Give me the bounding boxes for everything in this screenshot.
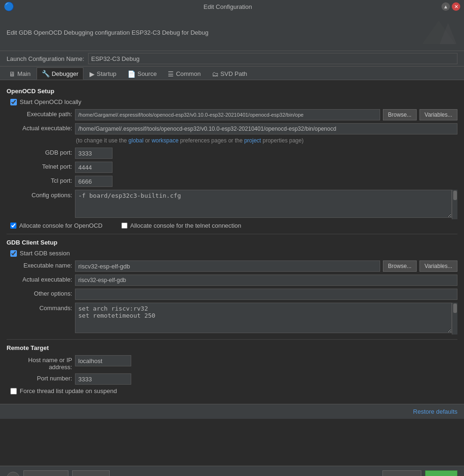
app-icon: 🔵	[4, 1, 14, 12]
tab-debugger[interactable]: 🔧 Debugger	[37, 67, 83, 80]
hint-prefs: preferences pages or the	[179, 137, 244, 144]
force-thread-checkbox[interactable]	[10, 388, 17, 394]
hint-props: properties page)	[261, 137, 304, 144]
alloc-console-telnet-checkbox[interactable]	[121, 223, 127, 229]
tab-source-label: Source	[137, 70, 157, 77]
gdb-port-input[interactable]	[75, 148, 112, 159]
tab-main-label: Main	[17, 70, 30, 77]
delete-button[interactable]: Delete	[72, 470, 110, 476]
hostname-input[interactable]	[75, 355, 131, 366]
executable-path-label: Executable path:	[7, 109, 72, 118]
hint-global-link[interactable]: global	[128, 137, 143, 144]
start-openocd-row: Start OpenOCD locally	[10, 98, 457, 105]
executable-variables-button[interactable]: Variables...	[419, 109, 457, 120]
start-openocd-label: Start OpenOCD locally	[20, 98, 82, 105]
commands-scrollbar-thumb	[453, 304, 457, 313]
commands-label: Commands:	[7, 303, 72, 312]
tab-startup[interactable]: ▶ Startup	[84, 67, 121, 80]
executable-path-input[interactable]	[75, 109, 380, 120]
tab-bar: 🖥 Main 🔧 Debugger ▶ Startup 📄 Source ☰ C…	[0, 67, 464, 80]
actual-executable-value: /home/Gargamel/.espressif/tools/openocd-…	[75, 123, 457, 134]
gdb-port-label: GDB port:	[7, 148, 72, 156]
tab-debugger-label: Debugger	[52, 70, 78, 77]
svdpath-tab-icon: 🗂	[212, 70, 218, 78]
telnet-port-row: Telnet port:	[7, 162, 457, 173]
actual-executable-row: Actual executable: /home/Gargamel/.espre…	[7, 123, 457, 134]
titlebar: 🔵 Edit Configuration ▲ ✕	[0, 0, 464, 13]
gdb-browse-button[interactable]: Browse...	[383, 260, 417, 272]
alloc-console-openocd-checkbox[interactable]	[10, 223, 16, 229]
restore-defaults-link[interactable]: Restore defaults	[413, 408, 457, 415]
config-options-label: Config options:	[7, 190, 72, 199]
help-icon: ?	[11, 475, 15, 476]
openocd-section-header: OpenOCD Setup	[7, 88, 457, 95]
header-logo	[420, 18, 457, 46]
port-number-label: Port number:	[7, 373, 72, 382]
telnet-port-input[interactable]	[75, 162, 112, 173]
common-tab-icon: ☰	[168, 70, 174, 78]
console-row: Allocate console for OpenOCD Allocate co…	[10, 222, 457, 229]
tab-svdpath-label: SVD Path	[220, 70, 247, 77]
commands-scrollbar	[452, 303, 457, 335]
alloc-console-openocd-item: Allocate console for OpenOCD	[10, 222, 103, 229]
other-options-label: Other options:	[7, 289, 72, 297]
tcl-port-input[interactable]	[75, 176, 112, 187]
close-button[interactable]: ✕	[452, 2, 460, 11]
config-options-wrapper: -f board/esp32c3-builtin.cfg	[75, 190, 457, 219]
tab-svdpath[interactable]: 🗂 SVD Path	[207, 67, 252, 80]
tcl-port-row: Tcl port:	[7, 176, 457, 187]
hint-project-link[interactable]: project	[244, 137, 261, 144]
window-title: Edit Configuration	[14, 3, 442, 10]
alloc-console-telnet-item: Allocate console for the telnet connecti…	[121, 222, 241, 229]
config-options-scrollbar-thumb	[453, 191, 457, 200]
startup-tab-icon: ▶	[90, 70, 95, 78]
hostname-label: Host name or IP address:	[7, 355, 72, 371]
hint-row: (to change it use the global or workspac…	[76, 137, 457, 144]
minimize-button[interactable]: ▲	[442, 2, 450, 11]
force-thread-label: Force thread list update on suspend	[20, 387, 117, 394]
commands-textarea[interactable]: set arch riscv:rv32 set remotetimeout 25…	[75, 303, 452, 333]
ok-button[interactable]: OK	[425, 470, 458, 476]
actual-executable-label: Actual executable:	[7, 123, 72, 132]
executable-browse-button[interactable]: Browse...	[383, 109, 417, 120]
gdb-executable-name-label: Executable name:	[7, 260, 72, 269]
alloc-console-telnet-label: Allocate console for the telnet connecti…	[130, 222, 241, 229]
config-name-row: Launch Configuration Name:	[0, 51, 464, 67]
section-divider-1	[7, 234, 457, 234]
tab-main[interactable]: 🖥 Main	[4, 67, 36, 80]
port-number-input[interactable]	[75, 373, 131, 385]
tab-common-label: Common	[176, 70, 201, 77]
config-options-row: Config options: -f board/esp32c3-builtin…	[7, 190, 457, 219]
commands-row: Commands: set arch riscv:rv32 set remote…	[7, 303, 457, 335]
start-gdb-row: Start GDB session	[10, 250, 457, 257]
start-gdb-checkbox[interactable]	[10, 250, 17, 257]
cancel-button[interactable]: Cancel	[382, 470, 421, 476]
hint-or: or	[143, 137, 151, 144]
hint-text-pre: (to change it use the	[76, 137, 128, 144]
action-bar: Restore defaults	[0, 404, 464, 419]
spacer-area	[0, 419, 464, 466]
gdb-executable-name-row: Executable name: Browse... Variables...	[7, 260, 457, 272]
hint-workspace-link[interactable]: workspace	[151, 137, 178, 144]
other-options-row: Other options:	[7, 289, 457, 300]
tcl-port-label: Tcl port:	[7, 176, 72, 184]
tab-startup-label: Startup	[97, 70, 116, 77]
tab-source[interactable]: 📄 Source	[122, 67, 162, 80]
hostname-row: Host name or IP address:	[7, 355, 457, 371]
gdb-actual-executable-label: Actual executable:	[7, 275, 72, 283]
gdb-variables-button[interactable]: Variables...	[419, 260, 457, 272]
tab-common[interactable]: ☰ Common	[163, 67, 206, 80]
start-openocd-checkbox[interactable]	[10, 99, 17, 105]
main-tab-icon: 🖥	[9, 70, 15, 78]
config-options-textarea[interactable]: -f board/esp32c3-builtin.cfg	[75, 190, 452, 218]
gdb-executable-name-input[interactable]	[75, 260, 380, 272]
duplicate-button[interactable]: Duplicate	[23, 470, 68, 476]
help-button[interactable]: ?	[7, 472, 20, 476]
section-divider-2	[7, 339, 457, 340]
other-options-input[interactable]	[75, 289, 457, 300]
commands-wrapper: set arch riscv:rv32 set remotetimeout 25…	[75, 303, 457, 335]
config-name-input[interactable]	[88, 53, 458, 64]
executable-path-row: Executable path: Browse... Variables...	[7, 109, 457, 120]
remote-target-section-header: Remote Target	[7, 344, 457, 351]
gdb-actual-executable-row: Actual executable: riscv32-esp-elf-gdb	[7, 275, 457, 286]
